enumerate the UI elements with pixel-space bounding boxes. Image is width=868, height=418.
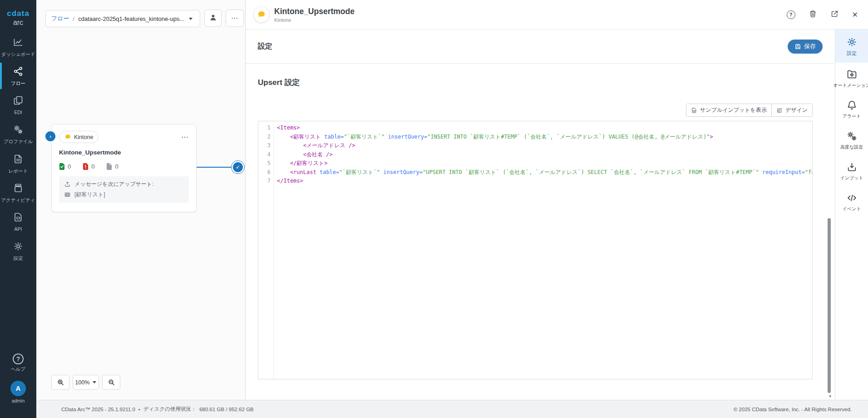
- flow-canvas[interactable]: フロー / cdataarc-2025q1-features_kintone-u…: [36, 0, 246, 400]
- footer-disk-label: ディスクの使用状況：: [143, 406, 196, 413]
- sidebar-item-settings[interactable]: 設定: [0, 236, 36, 265]
- sidebar-item-api[interactable]: API: [0, 207, 36, 236]
- rail-item-label: インプット: [840, 175, 863, 181]
- breadcrumb-current: cdataarc-2025q1-features_kintone-ups...: [78, 15, 184, 22]
- design-label: デザイン: [785, 106, 808, 114]
- zoom-in-button[interactable]: [51, 375, 69, 390]
- pending-count[interactable]: 0: [106, 163, 118, 170]
- rail-item-settings[interactable]: 設定: [835, 30, 868, 63]
- footer-separator: •: [138, 407, 140, 412]
- connector-type-label: Kintone: [74, 134, 93, 140]
- input-tray-icon: [846, 161, 858, 173]
- code-gutter: 1234567: [258, 121, 274, 379]
- error-count[interactable]: 0: [83, 163, 94, 170]
- code-content[interactable]: <Items> <顧客リスト table="`顧客リスト`" insertQue…: [274, 121, 812, 379]
- zoom-out-button[interactable]: [102, 375, 120, 390]
- external-link-icon: [830, 10, 839, 18]
- open-in-new-window-button[interactable]: [830, 10, 839, 20]
- caret-down-icon: [93, 381, 96, 383]
- sidebar-item-admin[interactable]: A admin: [0, 376, 36, 408]
- sidebar-item-label: プロファイル: [4, 139, 33, 144]
- gear-icon: [13, 241, 24, 254]
- zoom-level-dropdown[interactable]: 100%: [73, 375, 99, 390]
- save-button[interactable]: 保存: [788, 40, 823, 54]
- activity-icon: [13, 183, 24, 195]
- document-icon: [691, 107, 697, 114]
- panel-title: Kintone_Upsertmode: [274, 7, 355, 16]
- error-doc-icon: [83, 163, 89, 170]
- footer-product-version: CData Arc™ 2025 - 25.1.9211.0: [61, 407, 135, 412]
- profiles-icon: [13, 124, 24, 137]
- delete-connector-button[interactable]: [809, 10, 817, 20]
- rail-item-label: オートメーション: [833, 82, 868, 89]
- footer-disk-value: 680.61 GB / 952.62 GB: [199, 407, 254, 412]
- rail-item-advanced-settings[interactable]: 高度な設定: [835, 124, 868, 155]
- sidebar-item-profiles[interactable]: プロファイル: [0, 119, 36, 149]
- settings-rail: 設定 オートメーション アラート 高度な設定 インプット イベント: [835, 30, 868, 400]
- sidebar-item-label: アクティビティ: [1, 197, 35, 203]
- trash-icon: [809, 10, 817, 18]
- flow-breadcrumb-select[interactable]: フロー / cdataarc-2025q1-features_kintone-u…: [45, 10, 200, 27]
- settings-heading: 設定: [258, 42, 272, 51]
- rail-item-alerts[interactable]: アラート: [835, 94, 868, 124]
- panel-header: Kintone_Upsertmode Kintone ? ✕: [246, 0, 868, 30]
- connection-line: [197, 167, 232, 168]
- sidebar-item-help[interactable]: ? ヘルプ: [0, 349, 36, 376]
- breadcrumb-root[interactable]: フロー: [51, 15, 69, 23]
- sidebar-item-label: ダッシュボード: [1, 51, 35, 57]
- scrollbar-thumb[interactable]: [828, 218, 831, 393]
- sidebar-item-label: レポート: [9, 168, 28, 174]
- canvas-more-button[interactable]: ⋯: [226, 10, 244, 27]
- card-menu-button[interactable]: ⋯: [181, 135, 189, 139]
- floppy-save-icon: [794, 43, 801, 50]
- edi-icon: [13, 95, 24, 108]
- rail-item-automation[interactable]: オートメーション: [835, 63, 868, 94]
- panel-body: 設定 保存 Upsert 設定 サンプルインプットを表示 デザイン 123456…: [246, 30, 835, 400]
- magnifier-minus-icon: [108, 378, 115, 386]
- card-input-port[interactable]: ›: [45, 131, 55, 141]
- sidebar-item-reports[interactable]: レポート: [0, 149, 36, 178]
- design-button[interactable]: デザイン: [771, 104, 812, 116]
- panel-subtitle: Kintone: [274, 17, 355, 23]
- card-title: Kintone_Upsertmode: [59, 149, 189, 156]
- show-sample-input-label: サンプルインプットを表示: [700, 106, 767, 114]
- person-icon: [209, 13, 217, 24]
- automation-folder-icon: [846, 69, 858, 80]
- help-icon: ?: [13, 353, 24, 364]
- connector-settings-panel: Kintone_Upsertmode Kintone ? ✕ 設定 保存 Ups…: [246, 0, 868, 400]
- scrollbar-down-arrow[interactable]: ▾: [829, 394, 831, 398]
- question-icon: ?: [789, 12, 793, 17]
- canvas-zoom-controls: 100%: [51, 375, 120, 390]
- rail-item-input[interactable]: インプット: [835, 155, 868, 186]
- card-output-status[interactable]: ✓: [231, 160, 245, 174]
- edit-pencil-icon: [776, 107, 783, 114]
- sidebar-item-dashboard[interactable]: ダッシュボード: [0, 32, 36, 61]
- kintone-connector-card[interactable]: Kintone ⋯ Kintone_Upsertmode 0 0 0 メッセージ…: [51, 124, 197, 212]
- sidebar-item-activity[interactable]: アクティビティ: [0, 178, 36, 207]
- sidebar-item-edi[interactable]: EDI: [0, 90, 36, 119]
- admin-avatar: A: [10, 381, 26, 396]
- success-count[interactable]: 0: [59, 163, 71, 170]
- zoom-level-value: 100%: [75, 379, 90, 386]
- admin-name: admin: [12, 398, 25, 404]
- show-sample-input-button[interactable]: サンプルインプットを表示: [686, 104, 771, 116]
- dashboard-icon: [13, 37, 24, 50]
- kintone-logo-icon: [64, 134, 71, 140]
- card-upsert-summary: メッセージを次にアップサート: [顧客リスト]: [59, 176, 189, 203]
- events-code-icon: [846, 192, 858, 204]
- close-icon: ✕: [852, 11, 858, 19]
- logo-arc: arc: [7, 19, 29, 27]
- sidebar-item-flows[interactable]: フロー: [0, 61, 36, 90]
- advanced-gears-icon: [846, 130, 858, 142]
- breadcrumb-separator: /: [73, 15, 75, 22]
- rail-item-events[interactable]: イベント: [835, 186, 868, 217]
- footer-copyright: © 2025 CData Software, Inc. - All Rights…: [734, 407, 852, 412]
- close-panel-button[interactable]: ✕: [852, 10, 858, 19]
- user-button[interactable]: [204, 10, 222, 27]
- cdata-logo[interactable]: cdata arc: [7, 9, 29, 27]
- panel-help-button[interactable]: ?: [787, 10, 795, 19]
- code-editor[interactable]: 1234567 <Items> <顧客リスト table="`顧客リスト`" i…: [258, 121, 813, 379]
- chevron-right-icon: ›: [49, 134, 51, 139]
- api-icon: [13, 212, 24, 224]
- bell-icon: [846, 100, 858, 111]
